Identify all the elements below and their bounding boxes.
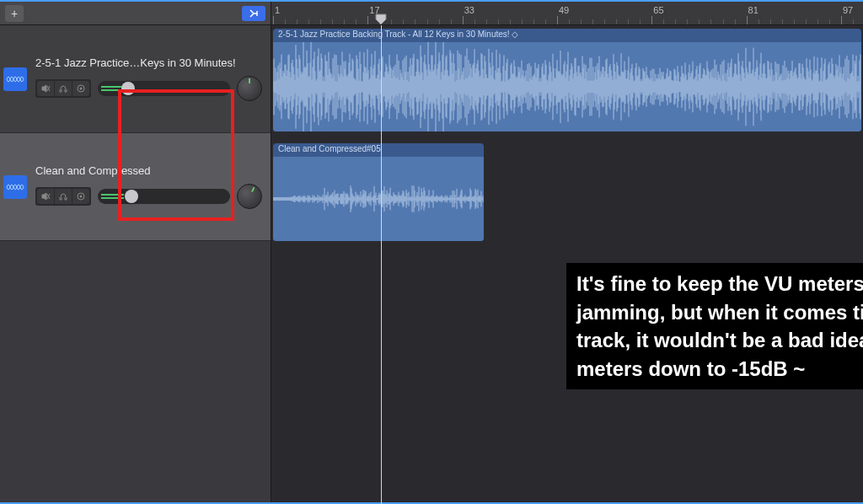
headphones-icon xyxy=(58,191,68,201)
playhead-marker[interactable] xyxy=(375,13,387,25)
track-control-group xyxy=(35,79,91,98)
clip-title: Clean and Compressed#05 xyxy=(273,143,484,157)
solo-button[interactable] xyxy=(55,189,72,204)
headphones-icon xyxy=(58,83,68,94)
waveform-icon xyxy=(6,180,24,195)
waveform-display xyxy=(273,42,861,131)
timeline-panel: 1173349658197 2-5-1 Jazz Practice Backin… xyxy=(271,2,863,504)
waveform-display xyxy=(273,157,484,241)
slider-thumb[interactable] xyxy=(121,82,135,95)
clip-title: 2-5-1 Jazz Practice Backing Track - All … xyxy=(273,29,861,42)
mute-button[interactable] xyxy=(37,189,54,204)
add-track-button[interactable]: + xyxy=(5,5,24,22)
track-name-label: Clean and Compressed xyxy=(35,164,262,177)
catch-playhead-button[interactable] xyxy=(242,6,265,21)
track-type-icon xyxy=(3,67,27,91)
plus-icon: + xyxy=(11,7,18,20)
track-row[interactable]: 2-5-1 Jazz Practice…Keys in 30 Minutes! xyxy=(0,25,271,133)
input-monitor-button[interactable] xyxy=(72,81,89,96)
tracks-panel: + 2-5-1 Jazz Practice…Keys in 30 Minutes… xyxy=(0,2,271,504)
track-type-icon xyxy=(3,175,27,199)
tracks-empty-area xyxy=(0,241,271,504)
track-row[interactable]: Clean and Compressed xyxy=(0,133,271,241)
input-monitor-button[interactable] xyxy=(72,189,89,204)
mute-icon xyxy=(40,83,51,94)
svg-point-1 xyxy=(80,88,83,90)
input-icon xyxy=(76,83,86,94)
timeline-ruler[interactable]: 1173349658197 xyxy=(271,2,863,25)
playhead-line xyxy=(381,25,382,504)
pan-knob[interactable] xyxy=(237,184,262,209)
solo-button[interactable] xyxy=(55,81,72,96)
mute-icon xyxy=(40,191,51,201)
mute-button[interactable] xyxy=(37,81,54,96)
volume-slider[interactable] xyxy=(98,189,230,204)
audio-clip[interactable]: Clean and Compressed#05 xyxy=(273,143,484,241)
tracks-header: + xyxy=(0,2,271,25)
pan-knob[interactable] xyxy=(237,76,262,101)
annotation-text-overlay: It's fine to keep the VU meters high whi… xyxy=(566,263,863,389)
catch-icon xyxy=(248,8,260,19)
track-name-label: 2-5-1 Jazz Practice…Keys in 30 Minutes! xyxy=(35,56,262,69)
volume-slider[interactable] xyxy=(98,81,230,96)
track-control-group xyxy=(35,187,91,206)
waveform-icon xyxy=(6,72,24,87)
svg-point-3 xyxy=(80,196,83,198)
audio-clip[interactable]: 2-5-1 Jazz Practice Backing Track - All … xyxy=(273,29,861,131)
input-icon xyxy=(76,191,86,201)
slider-thumb[interactable] xyxy=(125,190,138,203)
